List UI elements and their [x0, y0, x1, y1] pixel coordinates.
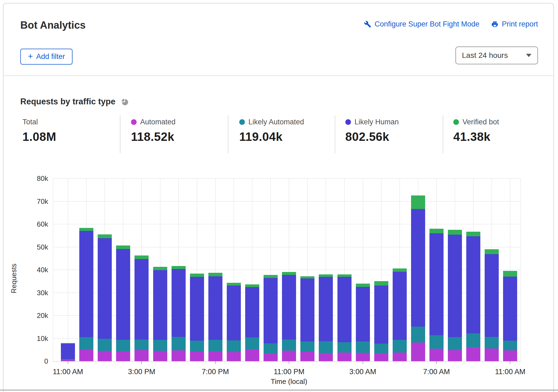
bar-6-00-pm[interactable]: [190, 178, 204, 361]
stat-divider: [335, 115, 335, 153]
bar-segment-likely-human: [172, 269, 186, 337]
wrench-icon: [364, 21, 371, 28]
bar-segment-likely-automated: [79, 337, 93, 350]
x-axis-title: Time (local): [265, 377, 313, 386]
printer-icon: [491, 21, 498, 28]
bar-segment-automated: [319, 353, 333, 361]
bar-11-00-am[interactable]: [503, 178, 517, 361]
bar-8-00-pm[interactable]: [227, 178, 241, 361]
x-axis-tick-label: 11:00 AM: [44, 368, 92, 376]
header-actions: Configure Super Bot Fight Mode Print rep…: [364, 20, 538, 28]
stat-verified-bot-label: Verified bot: [462, 118, 499, 126]
bar-segment-likely-automated: [319, 341, 333, 353]
bar-10-00-am[interactable]: [485, 178, 499, 361]
bar-12-00-am[interactable]: [300, 178, 314, 361]
bar-segment-likely-automated: [485, 337, 499, 348]
bar-segment-likely-human: [466, 236, 480, 333]
bar-segment-verified-bot: [300, 276, 314, 278]
bar-1-00-am[interactable]: [319, 178, 333, 361]
stat-total[interactable]: Total 1.08M: [22, 118, 56, 144]
bar-segment-verified-bot: [79, 228, 93, 231]
bar-segment-likely-automated: [190, 341, 204, 352]
print-report-link[interactable]: Print report: [491, 20, 538, 28]
bar-segment-likely-human: [411, 209, 425, 327]
section-bottom-divider: [0, 390, 558, 391]
bar-3-00-pm[interactable]: [134, 178, 149, 361]
bar-4-00-pm[interactable]: [153, 178, 167, 361]
bar-11-00-pm[interactable]: [282, 178, 296, 361]
bar-5-00-am[interactable]: [393, 178, 407, 361]
bar-segment-automated: [282, 351, 296, 361]
bar-7-00-pm[interactable]: [208, 178, 222, 361]
y-axis-tick-label: 80k: [21, 174, 48, 183]
bar-segment-automated: [153, 351, 167, 361]
x-axis-tick: [510, 361, 510, 364]
bar-6-00-am[interactable]: [411, 178, 425, 361]
bar-segment-likely-automated: [282, 340, 296, 351]
bar-segment-likely-automated: [134, 340, 149, 350]
bar-segment-verified-bot: [245, 284, 259, 287]
add-filter-label: Add filter: [36, 52, 65, 61]
bar-segment-verified-bot: [319, 274, 333, 277]
bar-8-00-am[interactable]: [448, 178, 462, 361]
bar-2-00-pm[interactable]: [116, 178, 130, 361]
bar-segment-automated: [300, 352, 314, 361]
y-axis-tick-label: 30k: [21, 288, 48, 297]
bar-segment-automated: [208, 351, 222, 361]
bar-segment-verified-bot: [227, 283, 241, 285]
bar-2-00-am[interactable]: [337, 178, 352, 361]
bar-segment-verified-bot: [337, 274, 352, 277]
bar-segment-likely-human: [374, 285, 388, 344]
stat-likely-human[interactable]: Likely Human 802.56k: [345, 118, 399, 144]
bar-4-00-am[interactable]: [374, 178, 388, 361]
bar-segment-likely-automated: [61, 359, 75, 360]
bar-segment-likely-human: [282, 275, 296, 340]
bar-segment-verified-bot: [503, 271, 517, 276]
bar-segment-likely-human: [208, 276, 222, 340]
stat-divider: [120, 115, 120, 153]
gridline-vertical: [53, 178, 53, 361]
stat-likely-automated-value: 119.04k: [239, 130, 304, 144]
x-axis-tick-label: 11:00 AM: [486, 368, 534, 376]
bar-segment-likely-human: [245, 287, 259, 337]
bar-5-00-pm[interactable]: [172, 178, 186, 361]
bar-segment-verified-bot: [134, 255, 149, 259]
bar-1-00-pm[interactable]: [98, 178, 112, 361]
stat-likely-automated[interactable]: Likely Automated 119.04k: [239, 118, 304, 144]
bar-10-00-pm[interactable]: [264, 178, 278, 361]
bar-segment-likely-automated: [356, 341, 370, 353]
add-filter-button[interactable]: + Add filter: [20, 49, 73, 65]
time-range-value: Last 24 hours: [462, 51, 508, 60]
bar-9-00-am[interactable]: [466, 178, 480, 361]
bar-segment-likely-human: [300, 278, 314, 341]
configure-super-bot-fight-mode-link[interactable]: Configure Super Bot Fight Mode: [364, 20, 479, 28]
bar-segment-automated: [98, 351, 112, 361]
stat-automated-value: 118.52k: [131, 130, 176, 144]
bar-segment-likely-automated: [393, 340, 407, 353]
bar-3-00-am[interactable]: [356, 178, 370, 361]
page-title: Bot Analytics: [20, 19, 86, 31]
stat-likely-automated-label: Likely Automated: [248, 118, 304, 126]
bar-7-00-am[interactable]: [429, 178, 444, 361]
section-heading: Requests by traffic type: [20, 97, 129, 107]
bar-segment-likely-human: [429, 233, 444, 335]
stat-divider: [443, 115, 443, 153]
bar-segment-likely-human: [190, 277, 204, 341]
bar-9-00-pm[interactable]: [245, 178, 259, 361]
configure-link-label: Configure Super Bot Fight Mode: [375, 20, 479, 28]
stat-verified-bot[interactable]: Verified bot 41.38k: [453, 118, 499, 144]
bar-segment-likely-automated: [172, 337, 186, 351]
bar-segment-likely-human: [503, 277, 517, 341]
bar-12-00-pm[interactable]: [79, 178, 93, 361]
bar-11-00-am[interactable]: [61, 178, 75, 361]
bar-segment-automated: [116, 351, 130, 361]
time-range-select[interactable]: Last 24 hours: [455, 46, 538, 64]
bar-segment-automated: [374, 353, 388, 361]
x-axis-tick: [436, 361, 437, 364]
bar-segment-likely-automated: [116, 340, 130, 351]
stat-automated[interactable]: Automated 118.52k: [131, 118, 176, 144]
bar-segment-likely-automated: [411, 327, 425, 342]
bar-segment-verified-bot: [393, 268, 407, 272]
bar-segment-likely-human: [356, 287, 370, 341]
y-axis-tick-label: 10k: [21, 334, 48, 343]
